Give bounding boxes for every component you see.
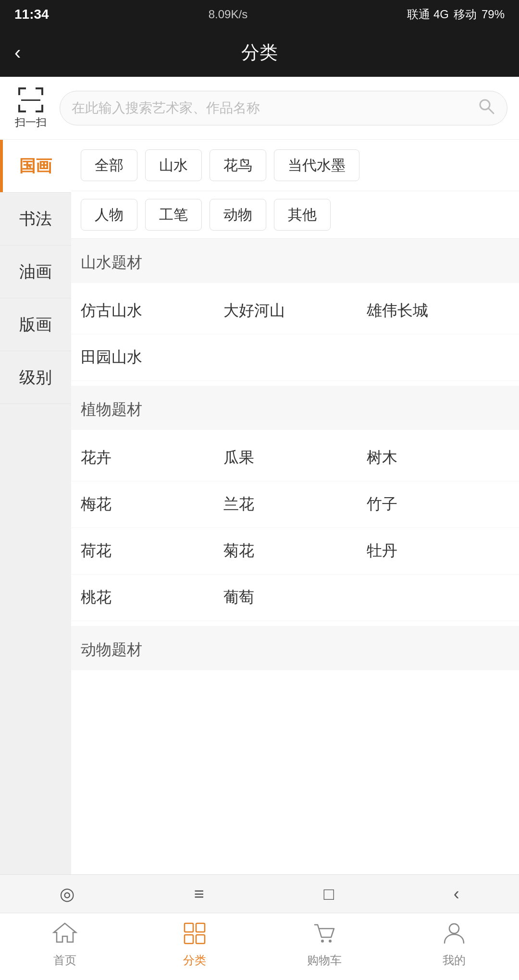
- gesture-menu[interactable]: ≡: [194, 884, 204, 904]
- sidebar-item-guohua[interactable]: 国画: [0, 140, 71, 193]
- content-area: 全部 山水 花鸟 当代水墨 人物 工笔 动物 其他: [71, 140, 519, 980]
- grid-row: 桃花 葡萄: [71, 575, 519, 621]
- sidebar-item-shufa[interactable]: 书法: [0, 193, 71, 245]
- filter-tag-gongbi[interactable]: 工笔: [145, 199, 202, 231]
- grid-row: 仿古山水 大好河山 雄伟长城: [71, 288, 519, 334]
- grid-row: 田园山水: [71, 334, 519, 381]
- cart-icon: [312, 921, 337, 949]
- sidebar-item-banhua[interactable]: 版画: [0, 298, 71, 351]
- main-area: 国画 书法 油画 版画 级别 全部 山水 花鸟 当代水墨: [0, 140, 519, 980]
- filter-tag-dongwu[interactable]: 动物: [210, 199, 266, 231]
- scan-icon: [17, 86, 44, 113]
- sidebar-item-jiebie[interactable]: 级别: [0, 351, 71, 404]
- grid-item-fanggu[interactable]: 仿古山水: [81, 296, 223, 325]
- svg-rect-11: [185, 923, 193, 932]
- grid-item-meihua[interactable]: 梅花: [81, 490, 223, 519]
- grid-item-xiongwei[interactable]: 雄伟长城: [367, 296, 509, 325]
- category-icon: [182, 921, 207, 949]
- section-title-dongwu: 动物题材: [81, 641, 142, 658]
- grid-item-guaguo[interactable]: 瓜果: [223, 443, 366, 472]
- svg-point-15: [321, 940, 324, 943]
- section-title-zhiwu: 植物题材: [81, 401, 142, 418]
- sidebar: 国画 书法 油画 版画 级别: [0, 140, 71, 980]
- nav-bar: ‹ 分类: [0, 29, 519, 77]
- status-time: 11:34: [14, 7, 49, 22]
- grid-item-taohua[interactable]: 桃花: [81, 583, 223, 612]
- section-header-shanshui: 山水题材: [71, 239, 519, 283]
- nav-item-cart[interactable]: 购物车: [260, 921, 389, 968]
- filter-tag-dangdai[interactable]: 当代水墨: [274, 149, 359, 181]
- filter-row-2: 人物 工笔 动物 其他: [71, 191, 519, 239]
- nav-title: 分类: [241, 40, 278, 65]
- grid-item-empty: [367, 583, 509, 612]
- grid-row: 荷花 菊花 牡丹: [71, 528, 519, 575]
- search-area: 扫一扫 在此输入搜索艺术家、作品名称: [0, 77, 519, 140]
- filter-tag-huaniao[interactable]: 花鸟: [210, 149, 266, 181]
- filter-tag-renren[interactable]: 人物: [81, 199, 137, 231]
- grid-item-lanhua[interactable]: 兰花: [223, 490, 366, 519]
- svg-rect-5: [18, 105, 20, 112]
- status-carrier2: 移动: [454, 7, 477, 22]
- grid-item-dahaoheshao[interactable]: 大好河山: [223, 296, 366, 325]
- status-right: 联通 4G 移动 79%: [407, 7, 505, 22]
- svg-rect-8: [21, 99, 40, 101]
- svg-point-16: [329, 940, 332, 943]
- svg-point-17: [449, 924, 459, 933]
- sidebar-item-youhua[interactable]: 油画: [0, 245, 71, 298]
- section-header-zhiwu: 植物题材: [71, 386, 519, 430]
- filter-row-1: 全部 山水 花鸟 当代水墨: [71, 140, 519, 191]
- grid-item-juhua[interactable]: 菊花: [223, 537, 366, 565]
- grid-item-huahui[interactable]: 花卉: [81, 443, 223, 472]
- svg-rect-12: [196, 923, 205, 932]
- grid-item-putao[interactable]: 葡萄: [223, 583, 366, 612]
- nav-label-home: 首页: [53, 953, 76, 968]
- gesture-square[interactable]: □: [323, 884, 334, 904]
- grid-item-shumu[interactable]: 树木: [367, 443, 509, 472]
- search-input-wrap[interactable]: 在此输入搜索艺术家、作品名称: [60, 91, 507, 125]
- section-header-dongwu: 动物题材: [71, 626, 519, 670]
- svg-rect-7: [41, 105, 43, 112]
- grid-row: 花卉 瓜果 树木: [71, 435, 519, 481]
- scan-label: 扫一扫: [15, 115, 47, 130]
- grid-row: 梅花 兰花 竹子: [71, 481, 519, 528]
- svg-rect-3: [41, 87, 43, 95]
- search-icon[interactable]: [477, 97, 495, 119]
- nav-label-category: 分类: [183, 953, 206, 968]
- bottom-nav: 首页 分类 购物车 我的: [0, 913, 519, 980]
- home-icon: [52, 921, 77, 949]
- back-button[interactable]: ‹: [14, 42, 21, 63]
- filter-tag-shanshui[interactable]: 山水: [145, 149, 202, 181]
- gesture-circle[interactable]: ◎: [60, 884, 74, 904]
- nav-label-cart: 购物车: [307, 953, 342, 968]
- mine-icon: [442, 921, 467, 949]
- svg-rect-13: [185, 935, 193, 943]
- grid-item-tianyuan[interactable]: 田园山水: [81, 343, 509, 372]
- status-carrier: 联通 4G: [407, 7, 449, 22]
- section-title-shanshui: 山水题材: [81, 254, 142, 271]
- grid-shanshui: 仿古山水 大好河山 雄伟长城 田园山水: [71, 283, 519, 386]
- status-network: 8.09K/s: [209, 8, 247, 21]
- grid-item-hehua[interactable]: 荷花: [81, 537, 223, 565]
- gesture-back[interactable]: ‹: [454, 884, 459, 904]
- grid-zhiwu: 花卉 瓜果 树木 梅花 兰花 竹子 荷花 菊花 牡丹 桃花 葡萄: [71, 430, 519, 626]
- status-battery: 79%: [482, 8, 505, 21]
- svg-rect-14: [196, 935, 205, 943]
- gesture-bar: ◎ ≡ □ ‹: [0, 874, 519, 913]
- search-placeholder: 在此输入搜索艺术家、作品名称: [72, 99, 477, 117]
- nav-item-category[interactable]: 分类: [130, 921, 260, 968]
- svg-rect-1: [18, 87, 20, 95]
- scan-button[interactable]: 扫一扫: [12, 86, 50, 130]
- filter-tag-quanbu[interactable]: 全部: [81, 149, 137, 181]
- status-bar: 11:34 8.09K/s 联通 4G 移动 79%: [0, 0, 519, 29]
- nav-label-mine: 我的: [443, 953, 466, 968]
- nav-item-home[interactable]: 首页: [0, 921, 130, 968]
- grid-item-mudan[interactable]: 牡丹: [367, 537, 509, 565]
- filter-tag-qita[interactable]: 其他: [274, 199, 331, 231]
- nav-item-mine[interactable]: 我的: [389, 921, 519, 968]
- svg-line-10: [489, 109, 494, 113]
- grid-item-zhuzi[interactable]: 竹子: [367, 490, 509, 519]
